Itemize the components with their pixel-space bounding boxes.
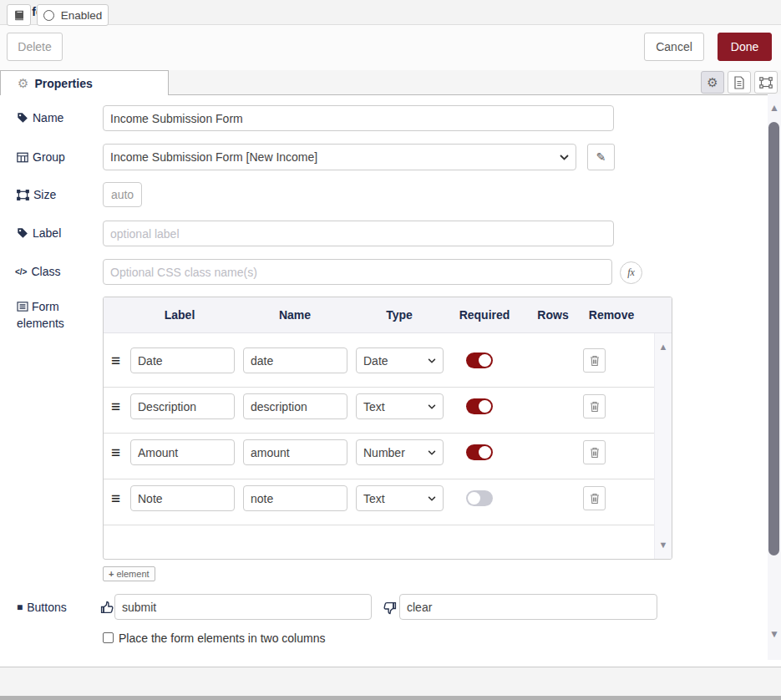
appearance-tab-button[interactable] [754,71,778,94]
required-toggle[interactable] [466,490,493,506]
element-label-input[interactable] [130,347,235,373]
tab-properties-label: Properties [34,77,92,90]
scroll-up-icon[interactable]: ▲ [768,103,781,113]
enabled-toggle-button[interactable]: Enabled [37,4,109,26]
drag-handle-icon[interactable]: ≡ [111,444,120,460]
element-label-input[interactable] [130,485,235,511]
element-name-input[interactable] [243,439,347,465]
delete-button[interactable]: Delete [7,33,63,61]
col-type: Type [386,308,413,322]
page-scrollbar[interactable]: ▲ ▼ [768,94,781,660]
group-select[interactable]: Income Submission Form [New Income] [103,144,576,170]
drag-handle-icon[interactable]: ≡ [111,490,120,506]
scroll-down-icon[interactable]: ▼ [655,540,672,550]
fx-icon: fx [627,266,635,279]
element-type-select[interactable]: Number [356,439,444,465]
form-elements-field-label: Form elements [17,298,96,332]
scrollbar-thumb[interactable] [768,122,779,555]
size-auto-button[interactable]: auto [103,182,142,207]
element-label-input[interactable] [130,439,235,465]
remove-row-button[interactable] [583,440,606,464]
node-help-button[interactable] [7,4,31,26]
properties-tab-button[interactable]: ⚙ [701,71,724,94]
frame-icon [759,77,773,89]
element-type-select[interactable]: Text [356,393,444,419]
chevron-down-icon [428,358,436,363]
size-icon [17,190,29,200]
element-type-select[interactable]: Text [356,485,444,511]
col-label: Label [165,308,195,322]
thumbs-up-icon [100,601,114,615]
two-columns-checkbox[interactable] [103,632,114,643]
trash-icon [590,447,600,459]
size-field-label: Size [17,188,56,201]
pencil-icon: ✎ [596,150,606,164]
dialog-footer [0,667,781,696]
dialog-header [0,0,781,25]
add-element-button[interactable]: + element [103,566,155,581]
label-field-label: Label [17,226,61,240]
scroll-up-icon[interactable]: ▲ [655,342,672,352]
element-name-input[interactable] [243,393,347,419]
trash-icon [590,493,600,505]
remove-row-button[interactable] [583,394,606,418]
done-button[interactable]: Done [718,33,772,61]
col-name: Name [279,308,311,322]
chevron-down-icon [428,496,436,501]
edit-form-node-dialog: Edit form node Delete Cancel Done ⚙ Prop… [0,0,781,700]
drag-handle-icon[interactable]: ≡ [111,398,120,414]
tab-properties[interactable]: ⚙ Properties [0,70,169,95]
trash-icon [590,401,600,413]
name-field-label: Name [17,111,63,124]
col-remove: Remove [589,308,634,322]
remove-row-button[interactable] [583,486,606,510]
element-name-input[interactable] [243,485,347,511]
element-name-input[interactable] [243,347,347,373]
label-input[interactable] [103,221,614,246]
col-required: Required [459,308,510,322]
document-icon [733,76,745,89]
cancel-button[interactable]: Cancel [644,33,704,61]
edit-group-button[interactable]: ✎ [587,144,615,170]
group-field-label: Group [17,150,65,164]
clear-button-label-input[interactable] [399,594,657,620]
expression-button[interactable]: fx [620,261,642,284]
class-field-label: </> Class [15,265,60,278]
scroll-down-icon[interactable]: ▼ [768,629,781,639]
code-icon: </> [15,267,27,276]
chevron-down-icon [560,155,569,160]
required-toggle[interactable] [466,444,493,460]
trash-icon [590,355,600,367]
canvas-edge [0,696,781,700]
group-select-value: Income Submission Form [New Income] [110,150,317,164]
remove-row-button[interactable] [583,348,606,373]
chevron-down-icon [428,450,436,455]
gear-icon: ⚙ [707,75,718,90]
tag-icon [17,227,28,239]
book-icon [13,10,25,21]
two-columns-label: Place the form elements in two columns [119,632,325,645]
form-elements-table: Label Name Type Required Rows Remove ≡ D… [103,297,672,560]
enabled-label: Enabled [61,9,103,22]
circle-icon [43,10,54,21]
thumbs-down-icon [383,601,397,615]
element-label-input[interactable] [130,393,235,419]
class-input[interactable] [103,259,612,285]
plus-icon: + [109,569,114,579]
required-toggle[interactable] [466,398,493,414]
description-tab-button[interactable] [728,71,751,94]
table-header: Label Name Type Required Rows Remove [104,297,672,333]
required-toggle[interactable] [466,353,493,368]
row-divider [104,433,655,434]
row-divider [104,387,655,388]
row-divider [104,479,655,479]
element-type-select[interactable]: Date [356,347,444,373]
chevron-down-icon [428,404,436,409]
name-input[interactable] [103,105,614,131]
drag-handle-icon[interactable]: ≡ [111,353,120,368]
table-scrollbar[interactable]: ▲ ▼ [654,333,672,560]
buttons-field-label: ■ Buttons [17,601,67,614]
submit-button-label-input[interactable] [114,594,372,620]
list-icon [17,302,28,312]
col-rows: Rows [537,308,568,322]
